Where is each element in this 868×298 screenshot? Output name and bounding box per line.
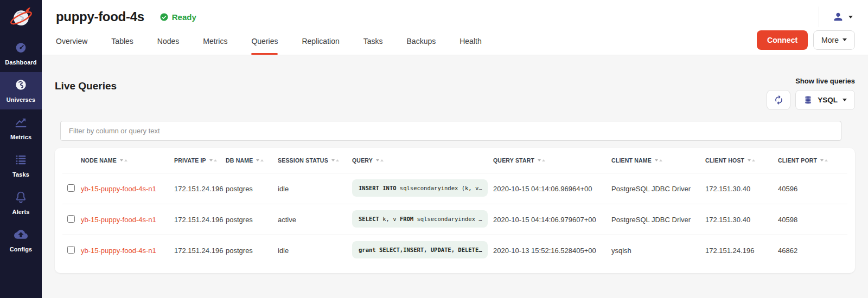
- refresh-icon: [774, 95, 784, 105]
- chart-icon: [14, 115, 28, 129]
- row-checkbox[interactable]: [67, 215, 75, 223]
- tab[interactable]: Metrics: [203, 28, 227, 55]
- tabs-row: Overview Tables Nodes Metrics Queries Re…: [42, 28, 868, 55]
- client-name-cell: PostgreSQL JDBC Driver: [611, 216, 705, 224]
- client-host-cell: 172.151.30.40: [705, 216, 778, 224]
- caret-down-icon: [848, 16, 853, 18]
- universe-header: puppy-food-4s Ready Overview Tables: [42, 0, 868, 55]
- connect-button[interactable]: Connect: [757, 30, 808, 50]
- sidebar-item[interactable]: Universes: [0, 72, 42, 109]
- client-port-cell: 40596: [778, 185, 847, 193]
- planet-rocket-logo-icon: [9, 5, 34, 30]
- more-button[interactable]: More: [813, 30, 855, 50]
- check-circle-icon: [159, 12, 169, 22]
- tab[interactable]: Tasks: [363, 28, 383, 55]
- column-header[interactable]: PRIVATE IP: [174, 157, 226, 164]
- query-type-dropdown[interactable]: YSQL: [795, 90, 855, 110]
- db-name-cell: postgres: [226, 216, 278, 224]
- session-status-cell: idle: [278, 247, 352, 255]
- row-checkbox[interactable]: [67, 246, 75, 254]
- status-badge: Ready: [159, 12, 196, 22]
- tab[interactable]: Nodes: [157, 28, 179, 55]
- sidebar-item[interactable]: Metrics: [0, 109, 42, 147]
- controls-buttons: YSQL: [767, 90, 855, 110]
- tab[interactable]: Queries: [251, 28, 278, 55]
- session-status-cell: idle: [278, 185, 352, 193]
- sidebar-item[interactable]: Configs: [0, 222, 42, 259]
- table-row: yb-15-puppy-food-4s-n1 172.151.24.196 po…: [62, 204, 847, 235]
- sort-icon: [120, 159, 127, 161]
- tab[interactable]: Backups: [407, 28, 436, 55]
- query-chip[interactable]: INSERT INTO sqlsecondaryindex (k, v…: [352, 179, 488, 197]
- tab[interactable]: Replication: [302, 28, 339, 55]
- session-status-cell: active: [278, 216, 352, 224]
- list-icon: [14, 153, 28, 166]
- db-name-cell: postgres: [226, 185, 278, 193]
- content-head: Live Queries Show live queries YSQL: [55, 77, 855, 110]
- sidebar-item[interactable]: Dashboard: [0, 35, 42, 72]
- column-header[interactable]: QUERY START: [493, 157, 611, 164]
- column-header[interactable]: CLIENT PORT: [778, 157, 847, 164]
- sort-icon: [748, 159, 755, 161]
- caret-down-icon: [843, 38, 847, 41]
- globe-icon: [14, 78, 28, 92]
- show-live-queries-label: Show live queries: [767, 77, 855, 85]
- cloud-icon: [14, 228, 28, 241]
- node-link[interactable]: yb-15-puppy-food-4s-n1: [81, 247, 156, 255]
- private-ip-cell: 172.151.24.196: [174, 216, 226, 224]
- client-port-cell: 40598: [778, 216, 847, 224]
- column-header[interactable]: QUERY: [352, 157, 493, 164]
- refresh-button[interactable]: [767, 90, 790, 110]
- header-actions: Connect More: [757, 30, 855, 53]
- client-name-cell: ysqlsh: [611, 247, 705, 255]
- column-header[interactable]: CLIENT HOST: [705, 157, 778, 164]
- table-row: yb-15-puppy-food-4s-n1 172.151.24.196 po…: [62, 173, 847, 204]
- checkbox-cell: [62, 215, 81, 224]
- checkbox-cell: [62, 246, 81, 255]
- private-ip-cell: 172.151.24.196: [174, 185, 226, 193]
- client-host-cell: 172.151.24.196: [705, 247, 778, 255]
- sidebar-item[interactable]: Tasks: [0, 147, 42, 184]
- tab[interactable]: Health: [459, 28, 481, 55]
- sidebar-item-label: Configs: [1, 246, 41, 252]
- more-label: More: [821, 36, 839, 44]
- app-window: Dashboard Universes Metrics Tasks: [0, 0, 868, 298]
- query-start-cell: 2020-10-15 04:14:06.96964+00: [493, 185, 611, 193]
- column-header[interactable]: NODE NAME: [81, 157, 174, 164]
- row-checkbox[interactable]: [67, 184, 75, 192]
- app-logo[interactable]: [0, 0, 42, 35]
- client-port-cell: 46862: [778, 247, 847, 255]
- filter-input[interactable]: [60, 121, 841, 141]
- bell-icon: [14, 190, 28, 204]
- query-start-cell: 2020-10-15 04:14:06.979607+00: [493, 216, 611, 224]
- sidebar-item[interactable]: Alerts: [0, 184, 42, 222]
- query-type-value: YSQL: [818, 96, 838, 104]
- gauge-icon: [14, 41, 28, 54]
- tab[interactable]: Overview: [56, 28, 87, 55]
- client-name-cell: PostgreSQL JDBC Driver: [611, 185, 705, 193]
- title-row: puppy-food-4s Ready: [42, 0, 868, 28]
- node-link[interactable]: yb-15-puppy-food-4s-n1: [81, 216, 156, 224]
- checkbox-cell: [62, 184, 81, 193]
- user-icon: [832, 11, 844, 23]
- queries-table-card: NODE NAME PRIVATE IP DB NAME: [55, 148, 855, 273]
- column-header[interactable]: DB NAME: [226, 157, 278, 164]
- user-menu[interactable]: [819, 7, 855, 27]
- sidebar-item-label: Metrics: [1, 134, 41, 140]
- query-chip[interactable]: SELECT k, v FROM sqlsecondaryindex …: [352, 210, 488, 228]
- tab-bar: Overview Tables Nodes Metrics Queries Re…: [56, 28, 506, 55]
- sidebar: Dashboard Universes Metrics Tasks: [0, 0, 42, 298]
- table-header-row: NODE NAME PRIVATE IP DB NAME: [62, 148, 847, 173]
- column-header[interactable]: CLIENT NAME: [611, 157, 705, 164]
- tab[interactable]: Tables: [111, 28, 133, 55]
- sort-icon: [209, 159, 217, 161]
- sidebar-item-label: Universes: [1, 96, 41, 103]
- caret-down-icon: [843, 99, 847, 101]
- query-start-cell: 2020-10-13 15:52:16.528405+00: [493, 247, 611, 255]
- node-link[interactable]: yb-15-puppy-food-4s-n1: [81, 185, 156, 193]
- column-header[interactable]: SESSION STATUS: [278, 157, 352, 164]
- database-icon: [803, 95, 813, 105]
- main-column: puppy-food-4s Ready Overview Tables: [42, 0, 868, 298]
- query-chip[interactable]: grant SELECT,INSERT, UPDATE, DELETE…: [352, 241, 488, 258]
- page-title: Live Queries: [55, 80, 117, 92]
